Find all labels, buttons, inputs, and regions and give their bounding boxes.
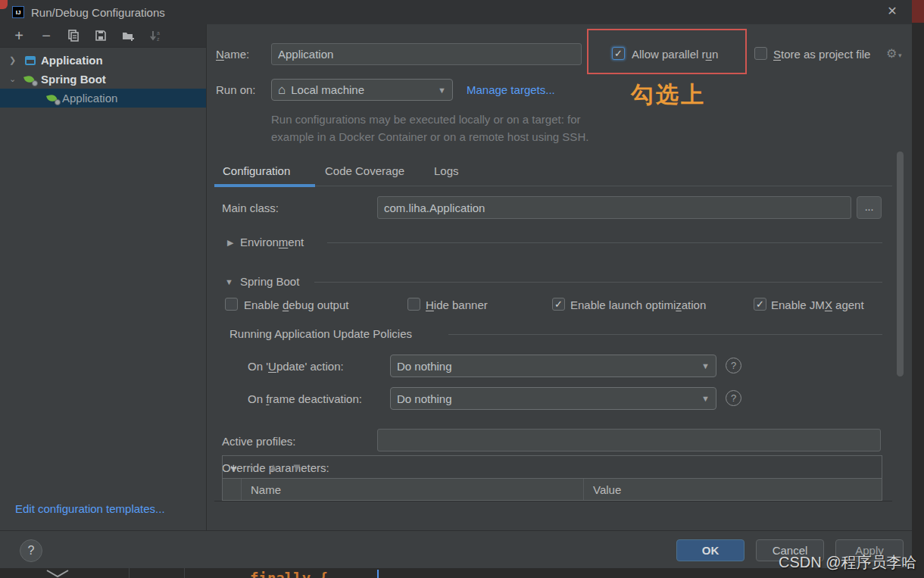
dialog-title: Run/Debug Configurations: [31, 6, 165, 19]
environment-section-label[interactable]: Environment: [240, 236, 304, 248]
help-button[interactable]: ?: [20, 539, 42, 562]
table-column-name: Name: [242, 479, 584, 500]
intellij-logo-icon: IJ: [12, 6, 24, 18]
chevron-down-icon[interactable]: ⌄: [9, 74, 20, 84]
active-tab-underline: [214, 184, 315, 187]
configurations-tree: ❯ Application ⌄ Spring Boot Application: [0, 48, 206, 108]
help-icon[interactable]: ?: [726, 390, 741, 406]
run-on-label: Run on:: [216, 83, 256, 96]
chevron-right-icon[interactable]: ❯: [9, 55, 20, 65]
move-down-icon[interactable]: ▼: [291, 461, 302, 473]
run-on-select[interactable]: ⌂ Local machine ▼: [271, 79, 453, 101]
combo-arrow-icon: ▼: [701, 394, 710, 403]
sort-configurations-icon[interactable]: az: [148, 29, 162, 42]
tab-bar: Configuration Code Coverage Logs: [214, 162, 892, 186]
on-update-action-select[interactable]: Do nothing ▼: [390, 355, 716, 377]
remove-configuration-icon[interactable]: −: [39, 29, 53, 42]
manage-targets-link[interactable]: Manage targets...: [467, 83, 555, 96]
spring-boot-icon: [24, 73, 36, 86]
active-profiles-input[interactable]: [377, 429, 881, 451]
run-debug-configurations-dialog: IJ Run/Debug Configurations ✕ + − az: [0, 0, 912, 568]
copy-configuration-icon[interactable]: [67, 29, 80, 42]
combo-arrow-icon: ▼: [438, 86, 446, 95]
content-clip-edge: [214, 501, 892, 501]
edit-configuration-templates-link[interactable]: Edit configuration templates...: [15, 502, 165, 515]
indent-guide: [129, 568, 130, 578]
hide-banner-checkbox[interactable]: [407, 298, 420, 311]
combo-arrow-icon: ▼: [701, 361, 710, 370]
run-on-hint-line2: example in a Docker Container or on a re…: [271, 130, 588, 143]
red-corner-artifact: [0, 0, 8, 9]
editor-caret: [377, 570, 379, 578]
tree-item-application-type[interactable]: ❯ Application: [0, 51, 206, 70]
scrollbar-thumb[interactable]: [897, 152, 904, 376]
name-input[interactable]: [271, 43, 582, 65]
dialog-footer: ? OK Cancel Apply: [0, 530, 912, 568]
save-configuration-icon[interactable]: [94, 29, 108, 42]
on-frame-deactivation-select[interactable]: Do nothing ▼: [390, 387, 716, 410]
add-parameter-icon[interactable]: +: [230, 461, 237, 473]
store-as-project-file-checkbox[interactable]: [754, 47, 767, 60]
update-policies-section-label: Running Application Update Policies: [229, 327, 412, 340]
store-as-project-file-label: Store as project file: [773, 48, 870, 61]
enable-jmx-agent-checkbox[interactable]: ✓: [754, 298, 766, 311]
allow-parallel-run-label: Allow parallel run: [632, 48, 718, 61]
table-row-selector-column: [223, 479, 242, 500]
hide-banner-label: Hide banner: [426, 298, 488, 311]
enable-debug-output-label: Enable debug output: [244, 298, 348, 311]
help-icon[interactable]: ?: [726, 358, 741, 373]
on-update-action-label: On 'Update' action:: [248, 360, 344, 373]
dialog-titlebar: IJ Run/Debug Configurations ✕: [0, 0, 912, 24]
code-text: finally {: [250, 568, 328, 578]
svg-text:z: z: [157, 36, 160, 42]
background-ide: [912, 0, 924, 578]
annotation-callout: 勾选上: [631, 80, 706, 111]
table-column-value: Value: [584, 479, 882, 500]
ok-button[interactable]: OK: [676, 539, 745, 561]
ide-close-button-partial: [912, 0, 924, 23]
close-icon[interactable]: ✕: [885, 4, 900, 19]
tab-code-coverage[interactable]: Code Coverage: [325, 164, 404, 177]
run-on-value: Local machine: [291, 83, 364, 96]
enable-jmx-agent-label: Enable JMX agent: [771, 298, 864, 311]
application-type-icon: [24, 55, 36, 67]
tab-configuration[interactable]: Configuration: [223, 164, 290, 177]
name-label: Name:: [216, 48, 249, 61]
move-up-icon[interactable]: ▲: [268, 461, 279, 473]
browse-main-class-button[interactable]: ...: [857, 196, 882, 219]
spring-boot-collapse-icon[interactable]: ▼: [225, 277, 233, 286]
remove-parameter-icon[interactable]: −: [249, 461, 256, 473]
enable-launch-optimization-checkbox[interactable]: ✓: [552, 298, 565, 311]
screen: finally { IJ Run/Debug Configurations ✕ …: [0, 0, 924, 578]
spring-boot-section-label[interactable]: Spring Boot: [240, 275, 299, 288]
allow-parallel-run-checkbox[interactable]: ✓: [612, 47, 625, 60]
tree-item-spring-boot-type[interactable]: ⌄ Spring Boot: [0, 70, 206, 89]
new-folder-icon[interactable]: [121, 29, 135, 42]
enable-debug-output-checkbox[interactable]: [225, 298, 238, 311]
gear-dropdown-arrow-icon: ▾: [898, 52, 902, 59]
main-class-input[interactable]: [377, 196, 851, 219]
indent-guide: [184, 568, 185, 578]
run-on-hint-line1: Run configurations may be executed local…: [271, 113, 581, 126]
override-parameters-toolbar: + − ▲ ▼: [222, 455, 882, 479]
csdn-watermark: CSDN @程序员李哈: [779, 552, 922, 573]
override-parameters-table-header: Name Value: [222, 479, 882, 501]
active-profiles-label: Active profiles:: [222, 435, 296, 448]
svg-text:a: a: [157, 30, 160, 36]
environment-expand-icon[interactable]: ▶: [227, 238, 233, 248]
gear-icon[interactable]: ⚙: [886, 46, 897, 61]
on-frame-deactivation-label: On frame deactivation:: [248, 392, 362, 405]
section-divider: [314, 282, 882, 283]
configurations-sidebar: + − az ❯ Application: [0, 24, 207, 530]
enable-launch-optimization-label: Enable launch optimization: [570, 298, 706, 311]
house-icon: ⌂: [278, 83, 286, 98]
section-divider: [327, 242, 882, 243]
section-divider: [448, 334, 882, 335]
main-class-label: Main class:: [222, 202, 279, 214]
tree-item-application-selected[interactable]: Application: [0, 89, 206, 108]
spring-boot-icon: [47, 92, 59, 105]
tab-logs[interactable]: Logs: [434, 164, 459, 177]
fold-chevron-icon[interactable]: [44, 569, 71, 578]
add-configuration-icon[interactable]: +: [12, 29, 26, 42]
sidebar-toolbar: + − az: [0, 24, 206, 48]
